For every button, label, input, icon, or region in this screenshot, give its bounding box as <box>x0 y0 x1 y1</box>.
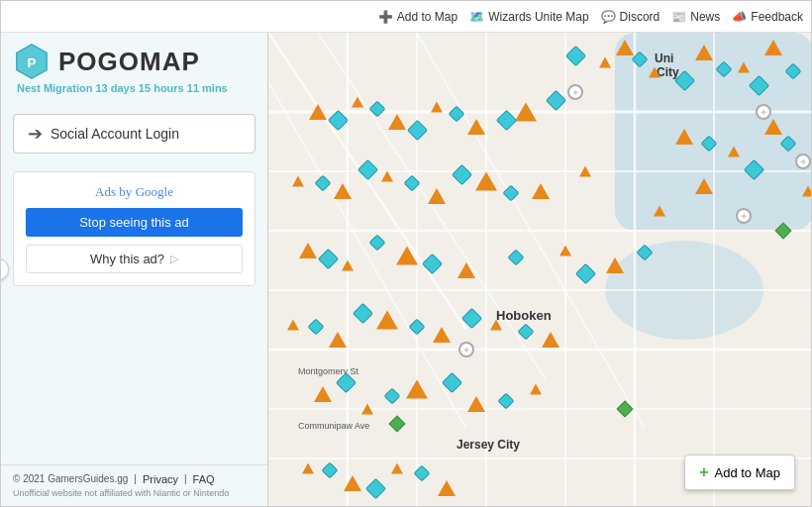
nav-add-to-map[interactable]: ➕ Add to Map <box>378 10 457 24</box>
nest-marker[interactable] <box>599 57 611 68</box>
nest-marker[interactable] <box>559 246 571 256</box>
pokestop-marker[interactable] <box>498 112 514 132</box>
special-marker[interactable] <box>777 225 789 237</box>
pokestop-marker[interactable] <box>508 251 524 270</box>
nest-marker[interactable] <box>532 183 550 199</box>
pokestop-marker[interactable] <box>367 480 383 500</box>
nest-marker[interactable] <box>428 188 446 204</box>
nest-marker[interactable] <box>490 320 502 331</box>
nest-marker[interactable] <box>391 463 403 474</box>
gym-marker[interactable]: ✦ <box>736 208 752 224</box>
pokestop-marker[interactable] <box>746 161 761 181</box>
pokestop-marker[interactable] <box>548 92 563 112</box>
pokestop-marker[interactable] <box>338 374 354 394</box>
nest-marker[interactable] <box>361 404 373 415</box>
nest-marker[interactable] <box>381 171 393 182</box>
gym-marker[interactable]: ✦ <box>795 153 811 169</box>
nest-marker[interactable] <box>579 166 591 177</box>
pokestop-marker[interactable] <box>518 325 534 345</box>
pokestop-marker[interactable] <box>751 77 766 97</box>
nest-marker[interactable] <box>352 97 363 108</box>
nest-marker[interactable] <box>334 183 352 199</box>
nest-marker[interactable] <box>344 475 361 491</box>
nav-wizards-unite[interactable]: 🗺️ Wizards Unite Map <box>469 10 588 24</box>
gym-marker[interactable]: ✦ <box>458 342 474 357</box>
nest-marker[interactable] <box>515 103 537 122</box>
nav-news[interactable]: 📰 News <box>671 10 720 24</box>
pokestop-marker[interactable] <box>369 102 385 122</box>
nest-marker[interactable] <box>675 129 693 145</box>
pokestop-marker[interactable] <box>716 62 732 82</box>
pokestop-marker[interactable] <box>424 255 440 275</box>
nest-marker[interactable] <box>467 396 485 412</box>
pokestop-marker[interactable] <box>567 48 583 67</box>
nest-marker[interactable] <box>649 67 660 78</box>
nest-marker[interactable] <box>388 114 406 130</box>
nest-marker[interactable] <box>738 62 750 73</box>
nest-marker[interactable] <box>457 262 475 278</box>
sidebar-collapse-button[interactable]: ‹ <box>1 258 9 280</box>
nest-marker[interactable] <box>376 311 398 330</box>
pokestop-marker[interactable] <box>409 320 425 340</box>
nest-marker[interactable] <box>467 119 485 135</box>
nest-marker[interactable] <box>292 176 304 187</box>
pokestop-marker[interactable] <box>577 265 593 285</box>
pokestop-marker[interactable] <box>384 389 400 409</box>
social-login-button[interactable]: ➔ Social Account Login <box>13 114 255 153</box>
nest-marker[interactable] <box>406 380 428 399</box>
nest-marker[interactable] <box>396 247 418 265</box>
pokestop-marker[interactable] <box>449 107 464 127</box>
pokestop-marker[interactable] <box>404 176 420 196</box>
gym-marker[interactable]: ✦ <box>567 84 583 100</box>
pokestop-marker[interactable] <box>454 166 469 186</box>
nest-marker[interactable] <box>606 257 624 273</box>
nest-marker[interactable] <box>542 332 559 348</box>
nest-marker[interactable] <box>530 384 542 395</box>
pokestop-marker[interactable] <box>330 112 346 132</box>
pokestop-marker[interactable] <box>637 246 653 265</box>
nest-marker[interactable] <box>314 386 332 402</box>
pokestop-marker[interactable] <box>308 320 324 340</box>
pokestop-marker[interactable] <box>701 137 717 156</box>
nest-marker[interactable] <box>302 463 314 474</box>
pokestop-marker[interactable] <box>320 251 336 270</box>
add-to-map-button[interactable]: + Add to Map <box>684 455 795 490</box>
nest-marker[interactable] <box>299 243 317 258</box>
pokestop-marker[interactable] <box>369 236 385 255</box>
nav-discord[interactable]: 💬 Discord <box>601 10 660 24</box>
pokestop-marker[interactable] <box>315 176 331 196</box>
nest-marker[interactable] <box>329 332 347 348</box>
nest-marker[interactable] <box>695 178 713 194</box>
pokestop-marker[interactable] <box>444 374 459 394</box>
gym-marker[interactable]: ✦ <box>756 104 771 120</box>
nest-marker[interactable] <box>802 186 811 197</box>
nest-marker[interactable] <box>431 102 443 113</box>
stop-seeing-ad-button[interactable]: Stop seeing this ad <box>26 208 243 237</box>
privacy-link[interactable]: Privacy <box>143 473 178 485</box>
nest-marker[interactable] <box>309 104 327 120</box>
why-this-ad-button[interactable]: Why this ad? ▷ <box>26 245 243 273</box>
nest-marker[interactable] <box>695 45 713 60</box>
pokestop-marker[interactable] <box>409 122 425 142</box>
nest-marker[interactable] <box>654 206 665 217</box>
special-marker[interactable] <box>619 403 631 415</box>
nest-marker[interactable] <box>433 327 451 343</box>
pokestop-marker[interactable] <box>785 64 801 84</box>
pokestop-marker[interactable] <box>780 137 796 156</box>
pokestop-marker[interactable] <box>463 310 479 330</box>
pokestop-marker[interactable] <box>632 52 648 72</box>
faq-link[interactable]: FAQ <box>193 473 215 485</box>
map-area[interactable]: Uni City Hoboken Jersey City Montgomery … <box>268 33 811 506</box>
pokestop-marker[interactable] <box>503 186 519 206</box>
pokestop-marker[interactable] <box>676 72 692 92</box>
nest-marker[interactable] <box>728 147 740 157</box>
nest-marker[interactable] <box>287 320 299 331</box>
pokestop-marker[interactable] <box>322 463 338 483</box>
pokestop-marker[interactable] <box>498 394 514 414</box>
pokestop-marker[interactable] <box>355 305 370 325</box>
pokestop-marker[interactable] <box>359 161 375 181</box>
nest-marker[interactable] <box>764 40 782 55</box>
pokestop-marker[interactable] <box>414 466 430 486</box>
nest-marker[interactable] <box>475 172 497 191</box>
special-marker[interactable] <box>391 418 403 430</box>
